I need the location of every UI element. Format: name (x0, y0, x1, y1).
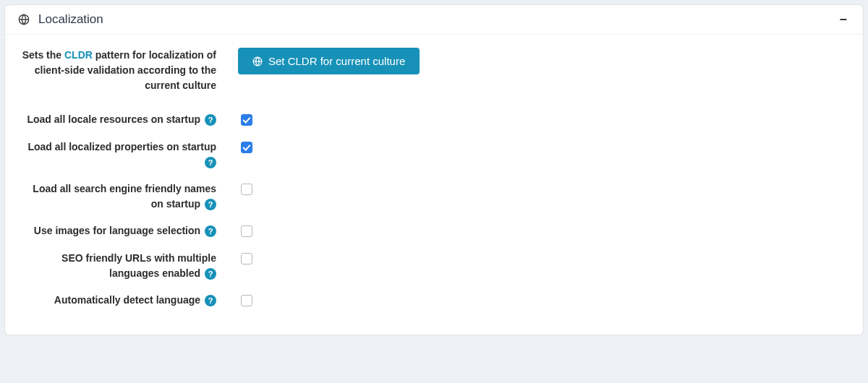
label-text: Use images for language selection (34, 225, 200, 236)
auto-detect-lang-checkbox[interactable] (241, 295, 252, 306)
load-localized-props-row: Load all localized properties on startup… (21, 138, 847, 170)
option-label: Use images for language selection ? (21, 222, 216, 238)
option-label: SEO friendly URLs with multiple language… (21, 249, 216, 281)
help-icon[interactable]: ? (205, 295, 216, 306)
cldr-label-part1: Sets the (22, 49, 64, 61)
label-text: SEO friendly URLs with multiple language… (61, 252, 216, 279)
set-cldr-button[interactable]: Set CLDR for current culture (238, 48, 420, 74)
set-cldr-button-label: Set CLDR for current culture (268, 55, 405, 67)
label-text: Automatically detect language (54, 294, 200, 306)
cldr-row: Sets the CLDR pattern for localization o… (21, 46, 847, 93)
localization-card: Localization − Sets the CLDR pattern for… (5, 5, 863, 335)
load-locale-resources-checkbox[interactable] (241, 114, 252, 126)
load-se-friendly-row: Load all search engine friendly names on… (21, 180, 847, 212)
cldr-control: Set CLDR for current culture (216, 46, 420, 74)
card-title: Localization (38, 12, 103, 27)
globe-icon (252, 56, 263, 66)
load-localized-props-checkbox[interactable] (241, 142, 252, 153)
option-label: Automatically detect language ? (21, 291, 216, 308)
load-locale-resources-row: Load all locale resources on startup ? (21, 111, 847, 128)
collapse-button[interactable]: − (836, 13, 850, 26)
help-icon[interactable]: ? (205, 114, 216, 126)
load-se-friendly-checkbox[interactable] (241, 184, 252, 195)
option-label: Load all search engine friendly names on… (21, 180, 216, 212)
card-header: Localization − (5, 5, 863, 35)
cldr-label: Sets the CLDR pattern for localization o… (21, 46, 216, 93)
label-text: Load all search engine friendly names on… (33, 183, 216, 210)
images-for-lang-row: Use images for language selection ? (21, 222, 847, 239)
help-icon[interactable]: ? (205, 157, 216, 168)
cldr-link[interactable]: CLDR (64, 49, 93, 61)
option-label: Load all localized properties on startup… (21, 138, 216, 170)
card-body: Sets the CLDR pattern for localization o… (5, 35, 863, 335)
images-for-lang-checkbox[interactable] (241, 225, 252, 237)
help-icon[interactable]: ? (205, 225, 216, 237)
option-label: Load all locale resources on startup ? (21, 111, 216, 127)
seo-multi-lang-checkbox[interactable] (241, 253, 252, 264)
auto-detect-lang-row: Automatically detect language ? (21, 291, 847, 309)
help-icon[interactable]: ? (205, 199, 216, 210)
seo-multi-lang-row: SEO friendly URLs with multiple language… (21, 249, 847, 281)
globe-icon (18, 14, 30, 25)
help-icon[interactable]: ? (205, 268, 216, 280)
label-text: Load all locale resources on startup (27, 113, 200, 125)
label-text: Load all localized properties on startup (27, 141, 216, 152)
